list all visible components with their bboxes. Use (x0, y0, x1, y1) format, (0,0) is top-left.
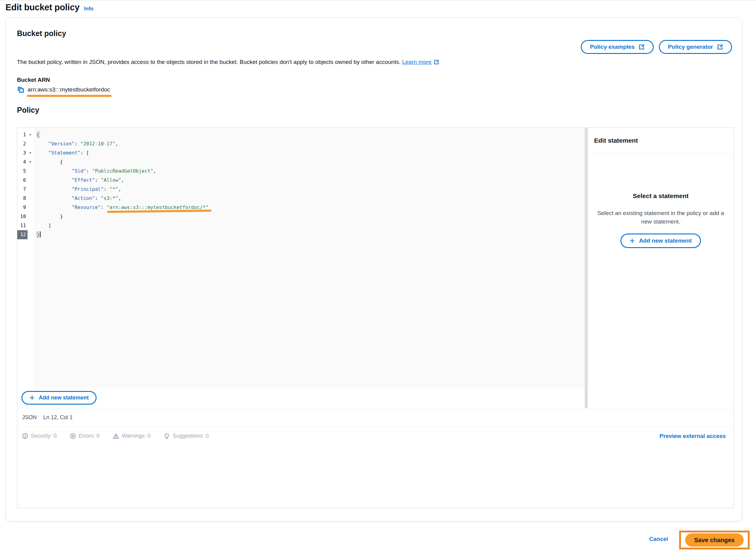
code-line-3[interactable]: "Statement": [ (37, 148, 585, 157)
gutter-line-6: 6 (17, 176, 35, 185)
save-annotation-highlight: Save changes (679, 531, 750, 549)
learn-more-link[interactable]: Learn more (402, 59, 439, 65)
plus-icon (629, 238, 635, 243)
json-key: "Version" (48, 141, 75, 146)
json-punctuation: : (86, 168, 92, 174)
gutter-line-3: 3▼ (17, 148, 35, 157)
page-title: Edit bucket policy (5, 2, 80, 12)
gutter-line-2: 2 (17, 139, 35, 148)
panel-add-new-statement-label: Add new statement (639, 237, 692, 244)
json-punctuation: , (153, 168, 156, 174)
policy-section-label: Policy (17, 106, 39, 114)
line-number: 5 (17, 166, 28, 176)
check-item-errors: Errors: 0 (70, 433, 100, 439)
json-value: "PublicReadGetObject" (92, 168, 153, 174)
line-number: 12 (17, 230, 28, 239)
gutter-line-1: 1▼ (17, 130, 35, 139)
policy-examples-label: Policy examples (590, 44, 635, 50)
line-number: 4 (17, 157, 28, 166)
json-punctuation (37, 177, 72, 183)
policy-generator-button[interactable]: Policy generator (659, 40, 732, 54)
lightbulb-icon (164, 433, 170, 439)
plus-icon (29, 395, 35, 400)
json-punctuation: } (37, 232, 40, 237)
code-area[interactable]: 1▼23▼4▼56789101112 { "Version": "2012-10… (17, 128, 585, 387)
line-number: 10 (17, 212, 28, 221)
code-line-4[interactable]: { (37, 157, 585, 166)
gutter-line-4: 4▼ (17, 157, 35, 166)
code-lines[interactable]: { "Version": "2012-10-17", "Statement": … (35, 128, 585, 387)
code-line-12[interactable]: } (37, 230, 585, 239)
learn-more-label: Learn more (402, 59, 432, 65)
check-label: Suggestions: 0 (173, 433, 209, 439)
gutter-line-7: 7 (17, 185, 35, 194)
code-line-2[interactable]: "Version": "2012-10-17", (37, 139, 585, 148)
line-number: 11 (17, 221, 28, 230)
policy-editor: 1▼23▼4▼56789101112 { "Version": "2012-10… (17, 127, 734, 508)
json-key: "Principal" (72, 186, 104, 192)
json-value: "*" (110, 186, 118, 192)
cancel-button[interactable]: Cancel (649, 536, 668, 542)
json-punctuation: : (101, 204, 107, 210)
line-number: 3 (17, 148, 28, 157)
bucket-policy-description: The bucket policy, written in JSON, prov… (17, 59, 439, 65)
editor-panel-divider[interactable] (585, 128, 588, 408)
code-line-5[interactable]: "Sid": "PublicReadGetObject", (37, 166, 585, 176)
json-punctuation: } (37, 213, 63, 219)
description-text: The bucket policy, written in JSON, prov… (17, 59, 402, 65)
bucket-policy-card: Bucket policy Policy examples Policy gen… (5, 17, 742, 522)
check-label: Warnings: 0 (122, 433, 150, 439)
json-punctuation: ] (37, 222, 51, 228)
gutter-line-12: 12 (17, 230, 35, 239)
policy-examples-button[interactable]: Policy examples (581, 40, 654, 54)
add-new-statement-button[interactable]: Add new statement (21, 391, 97, 405)
editor-top-row: 1▼23▼4▼56789101112 { "Version": "2012-10… (17, 128, 734, 408)
info-link[interactable]: Info (84, 6, 94, 12)
page-header: Edit bucket policy Info (5, 2, 94, 12)
gutter-line-10: 10 (17, 212, 35, 221)
fold-toggle-icon[interactable]: ▼ (28, 160, 33, 163)
code-line-11[interactable]: ] (37, 221, 585, 230)
code-line-8[interactable]: "Action": "s3:*", (37, 194, 585, 203)
code-line-9[interactable]: "Resource": "arn:aws:s3:::mytestbucketfo… (37, 203, 585, 212)
cursor-position: Ln 12, Col 1 (43, 414, 73, 421)
panel-add-new-statement-button[interactable]: Add new statement (620, 233, 701, 248)
check-label: Security: 0 (31, 433, 57, 439)
json-value: "2012-10-17" (81, 141, 116, 146)
bucket-arn-value: arn:aws:s3:::mytestbucketfordoc (28, 86, 110, 93)
json-punctuation: : (104, 186, 110, 192)
card-actions: Policy examples Policy generator (581, 40, 732, 54)
code-line-10[interactable]: } (37, 212, 585, 221)
gutter-line-5: 5 (17, 166, 35, 176)
line-number: 2 (17, 139, 28, 148)
json-punctuation: , (118, 186, 121, 192)
json-punctuation: : (95, 195, 101, 201)
preview-external-access-link[interactable]: Preview external access (659, 433, 726, 440)
card-title: Bucket policy (17, 29, 66, 38)
editor-mode: JSON (22, 414, 37, 421)
line-number: 1 (17, 130, 28, 139)
line-number: 9 (17, 203, 28, 212)
add-statement-row: Add new statement (17, 387, 585, 408)
code-line-1[interactable]: { (37, 130, 585, 139)
fold-toggle-icon[interactable]: ▼ (28, 133, 33, 136)
check-label: Errors: 0 (79, 433, 100, 439)
json-punctuation (37, 186, 72, 192)
json-punctuation: , (118, 195, 121, 201)
line-number: 8 (17, 194, 28, 203)
edit-statement-panel: Edit statement Select a statement Select… (588, 128, 734, 408)
json-punctuation: , (115, 141, 118, 146)
json-punctuation: { (37, 159, 63, 165)
json-key: "Resource" (72, 204, 101, 210)
fold-toggle-icon[interactable]: ▼ (28, 151, 33, 154)
check-item-security: Security: 0 (22, 433, 57, 439)
select-statement-title: Select a statement (633, 192, 689, 199)
text-cursor (40, 231, 41, 237)
code-line-7[interactable]: "Principal": "*", (37, 185, 585, 194)
copy-icon[interactable] (17, 86, 24, 93)
json-punctuation (37, 141, 48, 146)
editor-results-area (17, 445, 734, 508)
json-punctuation: : [ (81, 150, 89, 156)
code-line-6[interactable]: "Effect": "Allow", (37, 176, 585, 185)
save-changes-button[interactable]: Save changes (685, 533, 744, 547)
